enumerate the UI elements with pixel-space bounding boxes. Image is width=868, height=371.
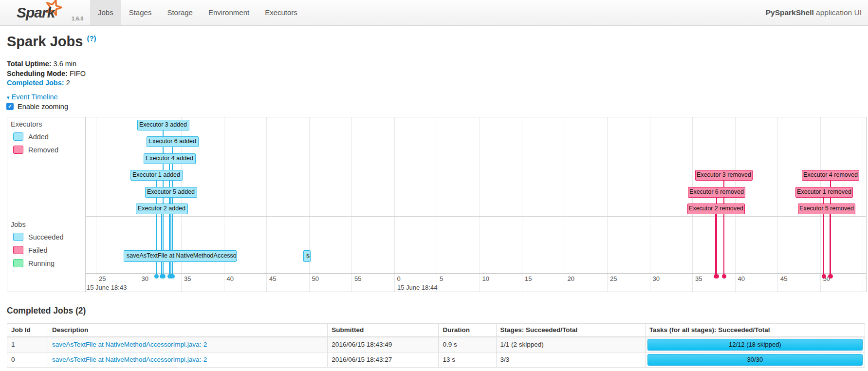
axis-tick-label: 55	[866, 275, 867, 282]
time-gridline	[607, 117, 608, 292]
event-timeline-chart[interactable]: ExecutorsAddedRemovedJobsSucceededFailed…	[7, 117, 867, 292]
executor-event-removed[interactable]: Executor 3 removed	[695, 170, 753, 181]
legend-swatch-removed	[13, 146, 23, 154]
legend-label: Added	[28, 133, 49, 141]
submitted-cell: 2016/06/15 18:43:27	[328, 352, 439, 367]
stages-cell: 1/1 (2 skipped)	[496, 337, 645, 352]
axis-date-label: 15 June 18:44	[397, 284, 437, 291]
column-header-2[interactable]: Submitted	[328, 324, 439, 337]
axis-tick-label: 35	[695, 275, 702, 282]
tab-storage[interactable]: Storage	[159, 0, 201, 25]
duration-cell: 0.9 s	[439, 337, 496, 352]
event-stem	[830, 214, 831, 275]
enable-zooming-row: ✓ Enable zooming	[6, 103, 68, 111]
event-dot	[169, 274, 173, 278]
executor-event-removed[interactable]: Executor 6 removed	[688, 187, 745, 198]
legend-item: Removed	[13, 146, 85, 154]
legend-item: Failed	[13, 246, 85, 254]
axis-tick-label: 30	[653, 275, 660, 282]
axis-tick-label: 0	[397, 275, 401, 282]
table-header-row: Job IdDescriptionSubmittedDurationStages…	[7, 324, 865, 337]
completed-jobs-link[interactable]: Completed Jobs:	[7, 79, 64, 87]
axis-date-label: 15 June 18:43	[87, 284, 127, 291]
event-dot	[828, 274, 832, 278]
event-dot	[822, 274, 826, 278]
time-gridline	[565, 117, 565, 292]
navbar: Spark 1.6.0 JobsStagesStorageEnvironment…	[0, 0, 868, 26]
event-dot	[722, 274, 726, 278]
event-stem	[161, 214, 162, 275]
column-header-3[interactable]: Duration	[439, 324, 496, 337]
time-gridline	[266, 117, 267, 292]
time-gridline	[224, 117, 224, 292]
axis-tick-label: 30	[142, 275, 148, 282]
enable-zooming-checkbox[interactable]: ✓	[6, 103, 14, 110]
executor-event-removed[interactable]: Executor 4 removed	[802, 170, 859, 181]
event-dot	[714, 274, 718, 278]
time-gridline	[522, 117, 522, 292]
column-header-0[interactable]: Job Id	[7, 324, 48, 337]
tab-executors[interactable]: Executors	[257, 0, 305, 25]
tab-jobs[interactable]: Jobs	[90, 0, 121, 25]
summary-value: 3.6 min	[52, 60, 77, 68]
executor-event-added[interactable]: Executor 5 added	[145, 187, 197, 198]
tab-environment[interactable]: Environment	[201, 0, 257, 25]
axis-tick-label: 55	[354, 275, 361, 282]
page-title: Spark Jobs (?)	[7, 34, 96, 50]
table-row: 0saveAsTextFile at NativeMethodAccessorI…	[7, 352, 865, 367]
executor-event-added[interactable]: Executor 2 added	[136, 204, 188, 214]
executor-event-added[interactable]: Executor 4 added	[144, 153, 196, 164]
group-label: Executors	[11, 120, 85, 128]
description-cell: saveAsTextFile at NativeMethodAccessorIm…	[48, 337, 328, 352]
event-timeline-toggle[interactable]: ▾ Event Timeline	[7, 93, 58, 101]
executor-event-removed[interactable]: Executor 1 removed	[795, 187, 853, 198]
axis-tick-label: 25	[610, 275, 617, 282]
spark-logo-text: Spark	[17, 4, 55, 21]
legend-swatch-running	[13, 259, 23, 267]
time-gridline	[777, 117, 778, 292]
time-gridline	[437, 117, 437, 292]
page-title-text: Spark Jobs	[7, 34, 83, 49]
duration-cell: 13 s	[439, 352, 496, 367]
column-header-4[interactable]: Stages: Succeeded/Total	[496, 324, 645, 337]
group-divider-line	[7, 216, 867, 217]
tasks-progress-bar: 30/30	[647, 354, 863, 366]
summary-line: Completed Jobs: 2	[7, 78, 86, 88]
axis-tick-label: 5	[440, 275, 443, 282]
time-gridline	[480, 117, 480, 292]
executor-event-added[interactable]: Executor 6 added	[147, 136, 199, 147]
executor-event-added[interactable]: Executor 3 added	[137, 120, 189, 130]
executor-event-removed[interactable]: Executor 5 removed	[798, 204, 855, 214]
application-name: PySparkShell	[766, 8, 814, 17]
axis-tick-label: 20	[568, 275, 574, 282]
tasks-cell: 12/12 (18 skipped)	[645, 337, 865, 352]
spark-logo[interactable]: Spark 1.6.0	[17, 2, 90, 25]
tab-stages[interactable]: Stages	[121, 0, 160, 25]
legend-group-jobs: JobsSucceededFailedRunning	[7, 218, 85, 272]
summary-value: FIFO	[68, 70, 86, 77]
column-header-1[interactable]: Description	[48, 324, 328, 337]
tasks-cell: 30/30	[645, 352, 865, 367]
group-label: Jobs	[11, 221, 85, 228]
executor-event-added[interactable]: Executor 1 added	[130, 170, 183, 181]
column-header-5[interactable]: Tasks (for all stages): Succeeded/Total	[645, 324, 865, 337]
axis-tick-label: 35	[184, 275, 191, 282]
job-description-link[interactable]: saveAsTextFile at NativeMethodAccessorIm…	[52, 356, 207, 363]
legend-swatch-added	[13, 132, 23, 141]
job-timeline-item[interactable]: saveAsTextFile at NativeMethodAccessor	[303, 250, 311, 262]
axis-tick-label: 50	[312, 275, 319, 282]
time-gridline	[650, 117, 650, 292]
help-link[interactable]: (?)	[87, 34, 96, 42]
time-gridline	[394, 117, 395, 292]
executor-event-removed[interactable]: Executor 2 removed	[687, 204, 745, 214]
job-id-cell: 0	[7, 352, 48, 367]
axis-tick-label: 15	[525, 275, 532, 282]
axis-tick-label: 40	[227, 275, 234, 282]
completed-jobs-heading: Completed Jobs (2)	[7, 306, 86, 316]
job-timeline-item[interactable]: saveAsTextFile at NativeMethodAccessor	[124, 250, 237, 262]
time-gridline	[863, 117, 863, 292]
job-description-link[interactable]: saveAsTextFile at NativeMethodAccessorIm…	[52, 341, 207, 348]
summary-line: Scheduling Mode: FIFO	[7, 69, 86, 79]
tasks-progress-bar: 12/12 (18 skipped)	[647, 339, 863, 351]
axis-tick-label: 10	[482, 275, 489, 282]
